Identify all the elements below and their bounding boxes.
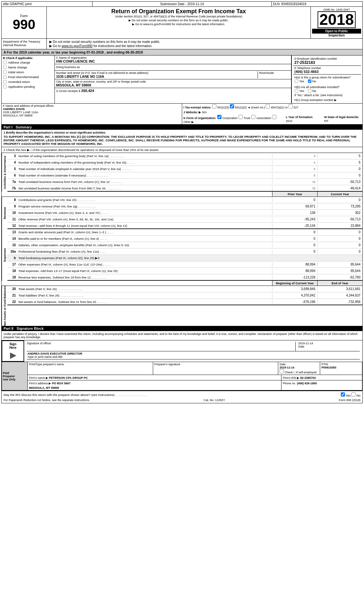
sign-here-section: Sign Here ▶ Signature of officer 2019-11… [2,340,362,362]
sign-here-label: Sign [4,342,22,346]
line-15-desc: Salaries, other compensation, employee b… [17,243,272,247]
checkbox-amended[interactable]: Amended return [3,80,53,84]
gross-receipts-label: G Gross receipts $ [56,89,80,93]
501c2-checkbox[interactable] [230,104,234,108]
line-3-num-label: 3 [314,155,315,158]
expenses-content: 13 Grants and similar amounts paid (Part… [7,229,362,281]
ha-yes-option[interactable]: Yes [294,79,304,83]
application-label: Application pending [8,85,35,88]
dept-sub: Internal Revenue [3,43,45,47]
cat-no: Cat. No. 11282Y [204,398,225,402]
checkbox-application[interactable]: Application pending [3,85,53,89]
name-checkbox[interactable] [3,66,6,69]
line-4-value: 5 [317,160,362,165]
501c3-checkbox[interactable] [212,104,216,108]
trust-checkbox[interactable] [239,115,243,119]
checkbox-name[interactable]: Name change [3,65,53,69]
check-applicable-section: B Check if applicable: Address change Na… [2,55,55,103]
amended-checkbox[interactable] [3,80,6,83]
line-20-num: 20 [7,287,17,291]
line-4-num: 4 [7,160,17,165]
527-checkbox[interactable] [289,104,293,108]
ha-no-checkbox[interactable] [308,79,311,83]
corp-checkbox[interactable] [217,115,221,119]
line-16a-desc: Professional fundraising fees (Part IX, … [17,249,272,254]
part-i-label: Part I [4,125,13,129]
hb-no-option[interactable]: No [308,89,316,93]
arrow-icon: ▶ [4,351,22,360]
net-assets-side-label: Net Assets or Fund Balances [2,286,7,326]
line-17-row: 17 Other expenses (Part IX, column (A), … [7,261,362,268]
line-7b-num: 7b [7,186,17,191]
4947-checkbox[interactable] [266,104,270,108]
org-name: HW-CONFLUENCE INC [56,59,290,63]
line-15-current: 0 [317,243,362,247]
application-checkbox[interactable] [3,85,6,88]
line-6-num-box: 6 [272,173,317,178]
final-checkbox[interactable] [3,75,6,78]
print-name-label: Print/Type preparer's name [29,363,152,366]
line-18-prior: 88,094 [272,268,317,273]
line-22-row: 22 Net assets or fund balances. Subtract… [7,299,362,305]
line-16a-row: 16a Professional fundraising fees (Part … [7,248,362,255]
line-3-value: 5 [317,154,362,158]
discuss-yes-checkbox[interactable] [341,392,345,397]
ha-no-option[interactable]: No [308,79,316,83]
line-9-prior: 69,971 [272,204,317,209]
dept-left: Department of the Treasury Internal Reve… [2,39,47,49]
hb-no-checkbox[interactable] [308,89,311,92]
line-13-prior: 0 [272,230,317,235]
firms-ein-label: Firm's EIN ▶ [283,376,299,379]
preparer-check-label: Check □ if self-employed [280,369,319,374]
line-20-begin: 3,699,846 [272,287,317,291]
checkbox-final[interactable]: Final return/terminated [3,75,53,79]
initial-checkbox[interactable] [3,70,6,74]
other-checkbox[interactable] [272,115,276,119]
line-12-desc: Total revenue—add lines 8 through 11 (mu… [17,223,272,228]
hb-yes-checkbox[interactable] [295,89,298,92]
signature-text: Under penalties of perjury, I declare th… [2,331,362,340]
self-employed-checkbox[interactable] [280,369,284,373]
line-11-current: -50,713 [317,217,362,222]
line-17-desc: Other expenses (Part IX, column (A), lin… [17,262,272,267]
checkbox-initial[interactable]: Initial return [3,70,53,74]
mission-section: 1 Briefly describe the organization's mi… [2,130,362,147]
assoc-checkbox[interactable] [251,115,255,119]
line-12-prior: -25,134 [272,223,317,228]
main-subtitle: Under section 501(c), 527, or 4947(a)(1)… [49,15,308,18]
line-10-desc: Investment income (Part VIII, column (A)… [17,210,272,215]
firms-name-label: Firm's name ▶ [29,376,48,379]
expenses-side-label: Expenses [2,229,7,281]
state-domicile-label: M State of legal domicile: [324,116,359,119]
preparer-date-value: 2019-11-14 [280,366,319,369]
line-10-num: 10 [7,210,17,215]
checkbox-address[interactable]: Address change [3,60,53,65]
website-value: N/A [202,111,207,114]
address-label: Address change [8,61,30,64]
website-label: J Website: ▶ [183,111,201,114]
gross-receipts-value: 260,424 [81,89,94,93]
firms-city-value: MISSOULA, MT 59806 [29,386,59,389]
form-ref: Form 990 (2018) [339,398,360,402]
sign-here-box: Sign Here ▶ [2,340,24,362]
discuss-options: Yes No [341,392,360,397]
line-19-current: -62,760 [317,275,362,280]
room-suite-label: Room/suite [259,71,290,75]
address-checkbox[interactable] [3,61,6,64]
discuss-no-checkbox[interactable] [351,392,356,397]
hb-yes-option[interactable]: Yes [294,89,304,93]
efile-label: efile GRAPHIC print [2,2,93,6]
line-18-row: 18 Total expenses. Add lines 13–17 (must… [7,268,362,274]
line-12-num: 12 [7,223,17,228]
dba-label: Doing business as [56,66,80,69]
line-22-desc: Net assets or fund balances. Subtract li… [17,299,272,304]
principal-name: ANDREA DAVIS [3,107,181,111]
line-9-desc: Program service revenue (Part VIII, line… [17,204,272,209]
ha-yes-checkbox[interactable] [295,79,298,83]
line-20-end: 3,611,681 [317,287,362,291]
discuss-no-label: No [357,394,360,397]
line-4-row: 4 Number of independent voting members o… [7,159,362,166]
line-21-row: 21 Total liabilities (Part X, line 26) .… [7,292,362,299]
line-3-num: 3 [7,154,17,158]
initial-label: Initial return [8,70,24,74]
